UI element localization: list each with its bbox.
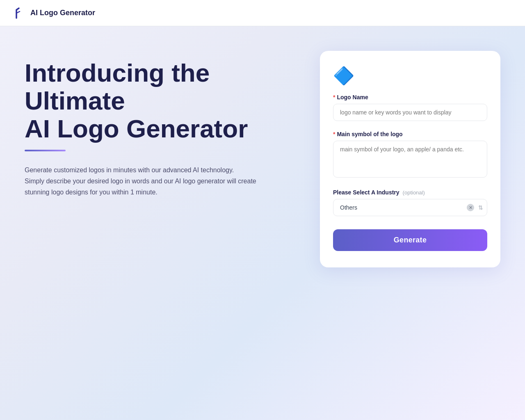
main-symbol-input[interactable] bbox=[333, 141, 487, 178]
generate-button[interactable]: Generate bbox=[333, 229, 487, 251]
logo-name-input[interactable] bbox=[333, 104, 487, 121]
select-clear-button[interactable]: ✕ bbox=[467, 204, 474, 211]
form-card: 🔷 * Logo Name * Main symbol of the logo bbox=[320, 51, 500, 267]
required-star-2: * bbox=[333, 131, 335, 137]
industry-select[interactable]: Others Technology Finance Healthcare Edu… bbox=[333, 199, 487, 216]
industry-optional-text: (optional) bbox=[403, 189, 425, 196]
app-title: AI Logo Generator bbox=[30, 9, 95, 17]
industry-label-text: Please Select A Industry bbox=[333, 189, 399, 196]
hero-line3: AI Logo Generator bbox=[25, 114, 248, 143]
logo-name-label-text: Logo Name bbox=[337, 94, 368, 100]
form-section: 🔷 * Logo Name * Main symbol of the logo bbox=[320, 51, 500, 267]
hero-desc-line2: Simply describe your desired logo in wor… bbox=[25, 178, 256, 185]
main-content: Introducing the Ultimate AI Logo Generat… bbox=[0, 26, 525, 420]
logo-container: AI Logo Generator bbox=[13, 7, 95, 20]
industry-select-wrapper: Others Technology Finance Healthcare Edu… bbox=[333, 199, 487, 216]
required-star-1: * bbox=[333, 94, 335, 100]
hero-section: Introducing the Ultimate AI Logo Generat… bbox=[0, 59, 320, 198]
logo-name-group: * Logo Name bbox=[333, 94, 487, 121]
hero-title: Introducing the Ultimate AI Logo Generat… bbox=[25, 59, 320, 143]
hero-desc-line1: Generate customized logos in minutes wit… bbox=[25, 167, 234, 173]
hero-description: Generate customized logos in minutes wit… bbox=[25, 164, 262, 198]
industry-label: Please Select A Industry (optional) bbox=[333, 189, 487, 196]
form-logo-icon: 🔷 bbox=[333, 66, 487, 86]
hero-line1: Introducing the bbox=[25, 59, 210, 87]
main-symbol-group: * Main symbol of the logo bbox=[333, 131, 487, 179]
header: AI Logo Generator bbox=[0, 0, 525, 26]
industry-group: Please Select A Industry (optional) Othe… bbox=[333, 189, 487, 216]
logo-name-label: * Logo Name bbox=[333, 94, 487, 100]
main-symbol-label: * Main symbol of the logo bbox=[333, 131, 487, 137]
hero-line2: Ultimate bbox=[25, 87, 125, 115]
hero-underline bbox=[25, 150, 66, 151]
main-symbol-label-text: Main symbol of the logo bbox=[337, 131, 402, 137]
app-logo-icon bbox=[13, 7, 26, 20]
hero-desc-line3: stunning logo designs for you within 1 m… bbox=[25, 189, 158, 196]
